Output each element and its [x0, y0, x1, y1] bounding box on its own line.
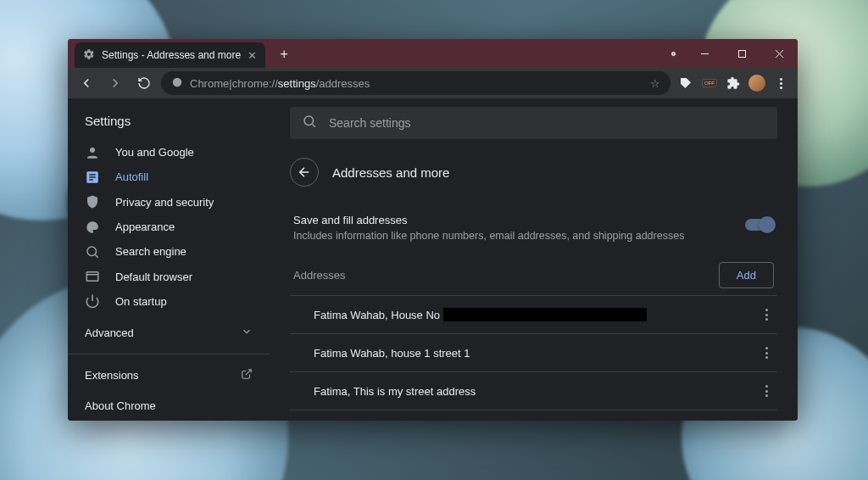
open-external-icon — [241, 368, 253, 382]
sidebar-item-search-engine[interactable]: Search engine — [68, 239, 270, 264]
close-tab-icon[interactable]: ✕ — [248, 49, 257, 62]
forward-button[interactable] — [103, 71, 127, 95]
extensions-puzzle-icon[interactable] — [723, 73, 743, 93]
browser-toolbar: Chrome | chrome://settings/addresses ☆ O… — [68, 68, 798, 98]
svg-point-14 — [304, 116, 314, 126]
svg-line-9 — [95, 254, 97, 257]
chevron-down-icon — [241, 326, 253, 340]
profile-avatar[interactable] — [747, 73, 767, 93]
reload-button[interactable] — [132, 71, 156, 95]
svg-point-1 — [672, 53, 674, 54]
toggle-title: Save and fill addresses — [293, 214, 684, 226]
browser-tab[interactable]: Settings - Addresses and more ✕ — [75, 42, 265, 68]
chrome-page-icon — [171, 76, 183, 91]
toggle-subtitle: Includes information like phone numbers,… — [293, 230, 684, 242]
search-icon — [85, 244, 100, 260]
advanced-label: Advanced — [85, 327, 134, 339]
sidebar-item-appearance[interactable]: Appearance — [68, 215, 270, 239]
person-icon — [85, 145, 100, 160]
address-row-menu[interactable] — [759, 305, 774, 324]
address-text: Fatima Wahab, house 1 street 1 — [314, 347, 470, 360]
autofill-icon — [85, 170, 100, 185]
bookmark-star-icon[interactable]: ☆ — [650, 77, 660, 90]
sidebar-item-label: Search engine — [115, 245, 186, 258]
addresses-subhead: Addresses — [293, 269, 345, 282]
back-button[interactable] — [75, 71, 98, 95]
svg-line-15 — [312, 124, 314, 126]
address-row[interactable]: Fatima Wahab, house 1 street 1 — [290, 333, 777, 371]
svg-point-7 — [90, 148, 95, 153]
svg-point-6 — [173, 77, 182, 87]
sidebar-item-label: Appearance — [115, 220, 175, 233]
sidebar-title: Settings — [68, 105, 270, 140]
shield-icon — [85, 194, 100, 209]
address-bar[interactable]: Chrome | chrome://settings/addresses ☆ — [161, 71, 670, 95]
window-titlebar: Settings - Addresses and more ✕ + — [68, 39, 798, 68]
settings-sidebar: Settings You and Google Autofill Privacy… — [68, 98, 270, 421]
about-label: About Chrome — [85, 399, 156, 412]
sidebar-item-label: Default browser — [115, 271, 192, 283]
sidebar-item-default-browser[interactable]: Default browser — [68, 264, 270, 288]
address-row[interactable]: Fatima, This is my street address — [290, 371, 777, 410]
sidebar-item-you-and-google[interactable]: You and Google — [68, 140, 270, 165]
browser-icon — [85, 269, 100, 284]
sidebar-item-about[interactable]: About Chrome — [68, 391, 270, 421]
address-row-menu[interactable] — [759, 382, 774, 400]
sidebar-item-extensions[interactable]: Extensions — [68, 360, 270, 391]
chrome-window: Settings - Addresses and more ✕ + Chrome… — [68, 39, 798, 421]
minimize-button[interactable] — [686, 39, 723, 68]
address-list: Fatima Wahab, House No Fatima Wahab, hou… — [290, 295, 777, 410]
settings-search[interactable] — [290, 107, 777, 139]
address-text: Fatima, This is my street address — [314, 385, 476, 398]
power-icon — [85, 293, 100, 309]
settings-search-input[interactable] — [329, 116, 765, 130]
page-content: Settings You and Google Autofill Privacy… — [68, 98, 798, 421]
sidebar-item-on-startup[interactable]: On startup — [68, 289, 270, 314]
svg-rect-3 — [738, 50, 745, 57]
address-row[interactable]: Fatima Wahab, House No — [290, 295, 777, 333]
sidebar-item-label: On startup — [115, 295, 167, 308]
svg-line-13 — [246, 370, 251, 375]
sidebar-item-label: Privacy and security — [115, 196, 214, 209]
sidebar-item-label: You and Google — [115, 146, 194, 159]
add-address-button[interactable]: Add — [719, 262, 774, 288]
sidebar-advanced-toggle[interactable]: Advanced — [68, 314, 270, 349]
close-window-button[interactable] — [760, 39, 798, 68]
sidebar-item-label: Autofill — [115, 170, 148, 183]
browser-menu-button[interactable] — [771, 73, 791, 93]
address-row-menu[interactable] — [759, 343, 774, 362]
settings-main: Addresses and more Save and fill address… — [270, 98, 798, 421]
url-text: Chrome | chrome://settings/addresses — [190, 77, 370, 90]
sidebar-item-privacy[interactable]: Privacy and security — [68, 190, 270, 215]
page-title: Addresses and more — [332, 165, 449, 180]
window-controls — [660, 39, 798, 68]
gear-icon — [83, 48, 95, 63]
extension-tag-icon[interactable] — [676, 73, 696, 93]
search-icon — [302, 114, 317, 132]
palette-icon — [85, 220, 100, 235]
page-header: Addresses and more — [290, 154, 777, 202]
save-fill-addresses-toggle[interactable] — [745, 219, 774, 231]
sidebar-item-autofill[interactable]: Autofill — [68, 165, 270, 189]
sidebar-divider — [68, 354, 270, 354]
tab-search-icon[interactable] — [660, 39, 686, 68]
save-fill-addresses-row: Save and fill addresses Includes informa… — [290, 207, 777, 257]
page-back-button[interactable] — [290, 158, 319, 187]
svg-point-8 — [87, 247, 97, 256]
redacted-block — [443, 308, 647, 321]
svg-rect-10 — [86, 272, 98, 282]
maximize-button[interactable] — [723, 39, 760, 68]
new-tab-button[interactable]: + — [272, 42, 296, 66]
extensions-label: Extensions — [85, 369, 139, 382]
tab-title: Settings - Addresses and more — [102, 49, 241, 61]
address-text: Fatima Wahab, House No — [314, 309, 440, 321]
extension-off-icon[interactable]: OFF — [699, 73, 720, 93]
